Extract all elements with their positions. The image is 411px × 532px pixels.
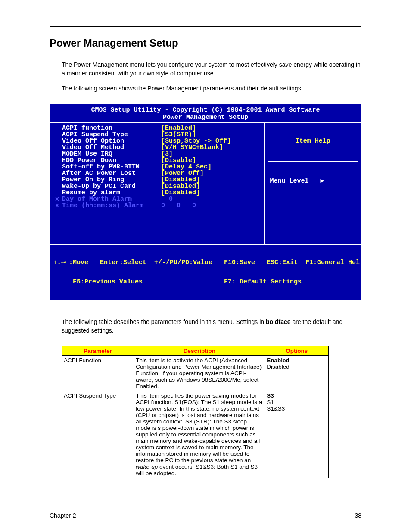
- bios-row-label: Soft-off by PWR-BTTN: [62, 164, 161, 170]
- bios-setting-row: MODEM Use IRQ[3]: [55, 151, 261, 157]
- intro-para-1: The Power Management menu lets you confi…: [62, 60, 361, 78]
- bios-row-value: [Disabled]: [161, 177, 200, 183]
- bios-screenshot: CMOS Setup Utility - Copyright (C) 1984-…: [50, 104, 361, 300]
- bios-row-prefix: x: [55, 202, 62, 209]
- intro-para-2: The following screen shows the Power Man…: [62, 84, 361, 93]
- bios-row-value: [Disable]: [161, 157, 196, 164]
- bios-row-label: Video Off Method: [62, 144, 161, 151]
- bios-setting-row: HDD Power Down[Disable]: [55, 157, 261, 164]
- table-header-row: Parameter Description Options: [62, 346, 329, 356]
- bios-row-label: Wake-Up by PCI Card: [62, 183, 161, 190]
- table-intro: The following table describes the parame…: [62, 317, 361, 335]
- bios-menu-level: Menu Level ▶: [268, 174, 358, 188]
- table-row: ACPI Suspend TypeThis item specifies the…: [62, 391, 329, 478]
- th-parameter: Parameter: [62, 346, 134, 356]
- footer-left: Chapter 2: [50, 512, 76, 519]
- option-value: Enabled: [267, 357, 327, 364]
- bios-row-prefix: [55, 183, 62, 190]
- bios-setting-row: Video Off Option[Susp,Stby -> Off]: [55, 138, 261, 144]
- th-description: Description: [134, 346, 265, 356]
- top-rule: [50, 26, 361, 27]
- bios-setting-row: xDay of Month Alarm 0: [55, 196, 261, 202]
- bios-row-label: Power On by Ring: [62, 177, 161, 183]
- bios-row-label: HDD Power Down: [62, 157, 161, 164]
- bios-setting-row: ACPI function[Enabled]: [55, 125, 261, 131]
- bios-row-value: [Delay 4 Sec]: [161, 164, 212, 170]
- page: Power Management Setup The Power Managem…: [0, 0, 411, 532]
- bios-row-value: [V/H SYNC+Blank]: [161, 144, 223, 151]
- option-value: S3: [267, 392, 327, 399]
- cell-parameter: ACPI Function: [62, 356, 134, 391]
- table-intro-pre: The following table describes the parame…: [62, 318, 266, 325]
- bios-row-prefix: [55, 190, 62, 196]
- bios-row-prefix: [55, 125, 62, 131]
- table-intro-bold: boldface: [266, 318, 291, 325]
- bios-row-value: [3]: [161, 151, 173, 157]
- bios-row-value: [Disabled]: [161, 183, 200, 190]
- bios-row-value: [Power Off]: [161, 170, 204, 177]
- bios-row-label: Day of Month Alarm: [62, 196, 161, 202]
- page-footer: Chapter 2 38: [50, 512, 361, 519]
- bios-right-pane: Item Help Menu Level ▶: [265, 123, 361, 244]
- bios-subtitle: Power Management Setup: [50, 114, 361, 122]
- bios-row-value: [Enabled]: [161, 125, 196, 131]
- footer-right: 38: [355, 512, 361, 519]
- bios-row-prefix: [55, 144, 62, 151]
- bios-left-pane: ACPI function[Enabled] ACPI Suspend Type…: [50, 123, 265, 244]
- bios-row-label: Time (hh:mm:ss) Alarm: [62, 202, 161, 209]
- bios-row-prefix: [55, 138, 62, 144]
- bios-hint-line-1: ↑↓→←:Move Enter:Select +/-/PU/PD:Value F…: [53, 259, 358, 266]
- cell-description: This item is to activate the ACPI (Advan…: [134, 356, 265, 391]
- bios-row-label: Video Off Option: [62, 138, 161, 144]
- option-value: S1: [267, 399, 327, 405]
- cell-options: EnabledDisabled: [265, 356, 329, 391]
- table-row: ACPI FunctionThis item is to activate th…: [62, 356, 329, 391]
- bios-row-label: ACPI Suspend Type: [62, 131, 161, 138]
- option-value: S1&S3: [267, 405, 327, 412]
- bios-setting-row: ACPI Suspend Type[S3(STR)]: [55, 131, 261, 138]
- bios-row-prefix: x: [55, 196, 62, 202]
- bios-setting-row: Video Off Method[V/H SYNC+Blank]: [55, 144, 261, 151]
- cell-description: This item specifies the power saving mod…: [134, 391, 265, 478]
- bios-row-prefix: [55, 170, 62, 177]
- bios-setting-row: Soft-off by PWR-BTTN[Delay 4 Sec]: [55, 164, 261, 170]
- bios-row-prefix: [55, 164, 62, 170]
- bios-row-value: [Disabled]: [161, 190, 200, 196]
- bios-setting-row: After AC Power Lost[Power Off]: [55, 170, 261, 177]
- bios-row-prefix: [55, 177, 62, 183]
- bios-row-value: [S3(STR)]: [161, 131, 196, 138]
- bios-bottom-hints: ↑↓→←:Move Enter:Select +/-/PU/PD:Value F…: [50, 245, 361, 300]
- cell-parameter: ACPI Suspend Type: [62, 391, 134, 478]
- bios-title: CMOS Setup Utility - Copyright (C) 1984-…: [50, 104, 361, 114]
- parameter-table: Parameter Description Options ACPI Funct…: [62, 346, 329, 478]
- bios-panes: ACPI function[Enabled] ACPI Suspend Type…: [50, 122, 361, 245]
- body-text: The Power Management menu lets you confi…: [62, 60, 361, 93]
- bios-row-label: MODEM Use IRQ: [62, 151, 161, 157]
- th-options: Options: [265, 346, 329, 356]
- bios-row-label: ACPI function: [62, 125, 161, 131]
- bios-hint-line-2: F5:Previous Values F7: Default Settings: [53, 279, 358, 285]
- option-value: Disabled: [267, 364, 327, 370]
- bios-setting-row: Wake-Up by PCI Card[Disabled]: [55, 183, 261, 190]
- bios-setting-row: xTime (hh:mm:ss) Alarm0 0 0: [55, 202, 261, 209]
- page-title: Power Management Setup: [50, 37, 361, 49]
- bios-setting-row: Resume by alarm[Disabled]: [55, 190, 261, 196]
- bios-row-value: 0: [161, 196, 173, 202]
- cell-options: S3S1S1&S3: [265, 391, 329, 478]
- bios-row-prefix: [55, 151, 62, 157]
- bios-row-prefix: [55, 131, 62, 138]
- bios-row-label: Resume by alarm: [62, 190, 161, 196]
- bios-row-label: After AC Power Lost: [62, 170, 161, 177]
- bios-row-prefix: [55, 157, 62, 164]
- bios-row-value: [Susp,Stby -> Off]: [161, 138, 231, 144]
- bios-setting-row: Power On by Ring[Disabled]: [55, 177, 261, 183]
- bios-help-title: Item Help: [268, 138, 358, 148]
- bios-row-value: 0 0 0: [161, 202, 196, 209]
